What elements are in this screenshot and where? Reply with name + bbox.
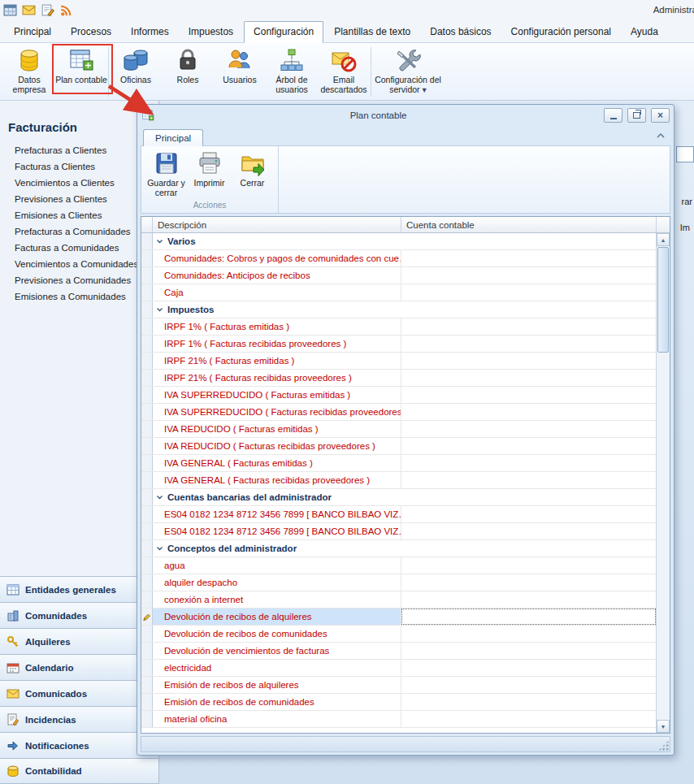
- mail-icon[interactable]: [22, 3, 36, 17]
- cell-cuenta-contable[interactable]: [401, 472, 656, 488]
- cell-cuenta-contable[interactable]: [401, 506, 656, 522]
- table-row[interactable]: Comunidades: Anticipos de recibos: [141, 267, 656, 284]
- scroll-up-icon[interactable]: ▲: [657, 233, 670, 246]
- cell-cuenta-contable[interactable]: [401, 643, 656, 659]
- table-row[interactable]: material oficina: [141, 711, 656, 728]
- ribbon-button-usuarios[interactable]: Usuarios: [214, 45, 266, 99]
- table-row[interactable]: IRPF 1% ( Facturas emitidas ): [141, 318, 656, 336]
- menu-tab-procesos[interactable]: Procesos: [62, 22, 120, 42]
- menu-tab-configuracion[interactable]: Configuración: [244, 21, 323, 43]
- imprimir-button[interactable]: Imprimir: [189, 149, 230, 201]
- sidebar-item-facturas-a-comunidades[interactable]: Facturas a Comunidades: [0, 240, 158, 256]
- table-row[interactable]: agua: [141, 557, 656, 574]
- table-row[interactable]: IVA REDUCIDO ( Facturas emitidas ): [141, 421, 656, 438]
- nav-item-notificaciones[interactable]: Notificaciones: [0, 732, 158, 758]
- cell-cuenta-contable[interactable]: [401, 353, 656, 369]
- table-row[interactable]: ES04 0182 1234 8712 3456 7899 [ BANCO BI…: [141, 523, 656, 540]
- sidebar-item-prefacturas-a-clientes[interactable]: Prefacturas a Clientes: [0, 142, 158, 158]
- nav-item-calendario[interactable]: Calendario: [0, 654, 158, 680]
- cell-cuenta-contable[interactable]: [401, 523, 656, 539]
- cell-cuenta-contable[interactable]: [401, 711, 656, 727]
- nav-item-comunicados[interactable]: Comunicados: [0, 680, 158, 706]
- table-row[interactable]: IVA GENERAL ( Facturas emitidas ): [141, 455, 656, 472]
- table-row[interactable]: alquiler despacho: [141, 574, 656, 591]
- cell-cuenta-contable[interactable]: [401, 267, 656, 284]
- cell-cuenta-contable[interactable]: [401, 626, 656, 642]
- close-button[interactable]: ×: [651, 108, 670, 123]
- table-row[interactable]: ES04 0182 1234 8712 3456 7899 [ BANCO BI…: [141, 506, 656, 523]
- cell-cuenta-contable[interactable]: [401, 421, 656, 437]
- ribbon-button-configuracion-del-servidor[interactable]: Configuración del servidor ▾: [372, 45, 444, 99]
- cell-cuenta-contable[interactable]: [401, 557, 656, 574]
- feed-icon[interactable]: [59, 3, 73, 17]
- cerrar-button[interactable]: Cerrar: [232, 149, 273, 201]
- cell-cuenta-contable[interactable]: [401, 284, 656, 301]
- cell-cuenta-contable[interactable]: [401, 250, 656, 266]
- note-edit-icon[interactable]: [41, 3, 54, 17]
- ribbon-button-arbol-de-usuarios[interactable]: Árbol de usuarios: [266, 45, 318, 99]
- menu-tab-informes[interactable]: Informes: [122, 22, 178, 42]
- cell-cuenta-contable[interactable]: [401, 609, 656, 625]
- background-window-button-fragment[interactable]: rar: [682, 197, 692, 206]
- table-row[interactable]: IRPF 1% ( Facturas recibidas proveedores…: [141, 336, 656, 353]
- nav-item-comunidades[interactable]: Comunidades: [0, 602, 158, 628]
- menu-tab-configuracion-personal[interactable]: Configuración personal: [502, 22, 620, 42]
- cell-cuenta-contable[interactable]: [401, 455, 656, 471]
- cell-cuenta-contable[interactable]: [401, 370, 656, 386]
- nav-item-incidencias[interactable]: Incidencias: [0, 706, 158, 732]
- restore-button[interactable]: [627, 108, 646, 123]
- table-row[interactable]: conexión a internet: [141, 591, 656, 609]
- cell-cuenta-contable[interactable]: [401, 336, 656, 352]
- table-row[interactable]: Devolución de vencimientos de facturas: [141, 643, 656, 660]
- nav-item-alquileres[interactable]: Alquileres: [0, 628, 158, 654]
- background-window-button-fragment[interactable]: Im: [680, 223, 690, 232]
- table-row[interactable]: IRPF 21% ( Facturas recibidas proveedore…: [141, 370, 656, 387]
- background-window-field[interactable]: [676, 146, 694, 162]
- cell-cuenta-contable[interactable]: [401, 574, 656, 591]
- table-row[interactable]: Comunidades: Cobros y pagos de comunidad…: [141, 250, 656, 267]
- table-row[interactable]: IVA SUPERREDUCIDO ( Facturas emitidas ): [141, 387, 656, 404]
- table-row[interactable]: Devolución de recibos de comunidades: [141, 626, 656, 643]
- table-row[interactable]: IVA GENERAL ( Facturas recibidas proveed…: [141, 472, 656, 489]
- cell-cuenta-contable[interactable]: [401, 318, 656, 335]
- vertical-scrollbar[interactable]: ▲ ▼: [656, 233, 670, 733]
- group-row[interactable]: Conceptos del administrador: [141, 540, 656, 557]
- ribbon-button-roles[interactable]: Roles: [162, 45, 214, 99]
- sidebar-item-emisiones-a-clientes[interactable]: Emisiones a Clientes: [0, 207, 158, 223]
- ribbon-button-datos-empresa[interactable]: Datos empresa: [3, 45, 55, 99]
- nav-item-entidades-generales[interactable]: Entidades generales: [0, 576, 158, 602]
- menu-tab-principal[interactable]: Principal: [5, 22, 60, 42]
- cell-cuenta-contable[interactable]: [401, 404, 656, 420]
- menu-tab-ayuda[interactable]: Ayuda: [622, 22, 667, 42]
- table-row[interactable]: IVA REDUCIDO ( Facturas recibidas provee…: [141, 438, 656, 455]
- group-row[interactable]: Cuentas bancarias del administrador: [141, 489, 656, 506]
- tab-principal[interactable]: Principal: [143, 129, 203, 146]
- ribbon-button-oficinas[interactable]: Oficinas: [110, 45, 162, 99]
- sidebar-item-emisiones-a-comunidades[interactable]: Emisiones a Comunidades: [0, 288, 158, 305]
- group-row[interactable]: Impuestos: [141, 301, 656, 318]
- table-row[interactable]: IRPF 21% ( Facturas emitidas ): [141, 353, 656, 370]
- sidebar-item-previsiones-a-comunidades[interactable]: Previsiones a Comunidades: [0, 272, 158, 288]
- table-row[interactable]: electricidad: [141, 660, 656, 677]
- menu-tab-plantillas-de-texto[interactable]: Plantillas de texto: [325, 22, 419, 42]
- ribbon-button-email-descartados[interactable]: Email descartados: [318, 45, 370, 99]
- cell-cuenta-contable[interactable]: [401, 660, 656, 676]
- minimize-button[interactable]: [604, 108, 622, 123]
- table-row[interactable]: Emisión de recibos de comunidades: [141, 694, 656, 711]
- resize-grip[interactable]: [658, 740, 669, 751]
- table-row[interactable]: Caja: [141, 284, 656, 301]
- sidebar-item-vencimientos-a-clientes[interactable]: Vencimientos a Clientes: [0, 175, 158, 191]
- guardar-y-cerrar-button[interactable]: Guardar y cerrar: [145, 149, 187, 201]
- sidebar-item-previsiones-a-clientes[interactable]: Previsiones a Clientes: [0, 191, 158, 207]
- collapse-ribbon-icon[interactable]: [654, 130, 667, 141]
- sidebar-item-vencimientos-a-comunidades[interactable]: Vencimientos a Comunidades: [0, 256, 158, 272]
- cell-cuenta-contable[interactable]: [401, 694, 656, 710]
- scroll-down-icon[interactable]: ▼: [657, 720, 670, 733]
- nav-item-contabilidad[interactable]: Contabilidad: [0, 758, 158, 784]
- table-row[interactable]: IVA SUPERREDUCIDO ( Facturas recibidas p…: [141, 404, 656, 421]
- sidebar-item-prefacturas-a-comunidades[interactable]: Prefacturas a Comunidades: [0, 223, 158, 240]
- scrollbar-thumb[interactable]: [657, 247, 669, 353]
- column-header-descripcion[interactable]: Descripción: [153, 217, 401, 232]
- cell-cuenta-contable[interactable]: [401, 677, 656, 693]
- cell-cuenta-contable[interactable]: [401, 387, 656, 403]
